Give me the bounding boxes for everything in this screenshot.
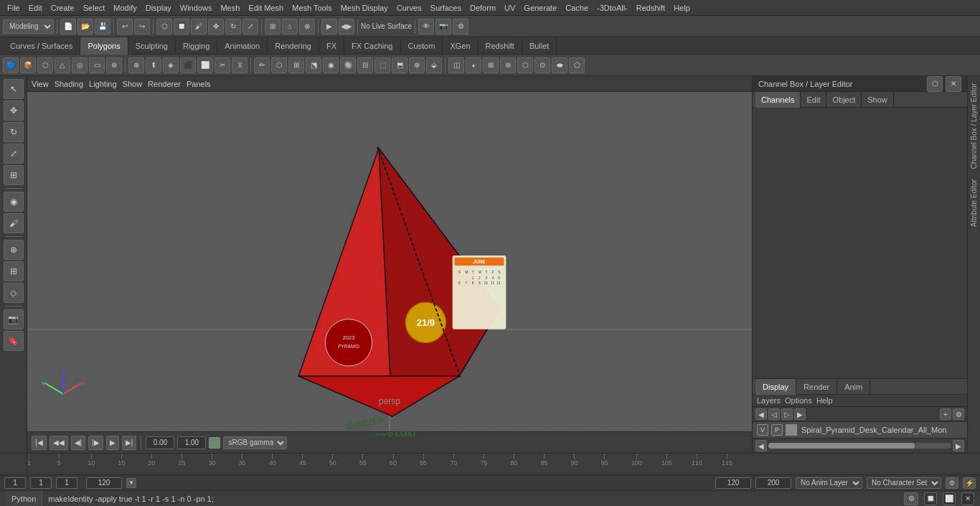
object-tab[interactable]: Object: [826, 92, 862, 108]
snap-point-button[interactable]: ⊕: [299, 19, 315, 34]
gamma-input[interactable]: [177, 436, 206, 449]
split-btn[interactable]: ✂: [215, 57, 230, 73]
torus-icon-btn[interactable]: ◎: [72, 57, 88, 73]
window-close-btn[interactable]: ✕: [961, 492, 974, 505]
menu-uv[interactable]: UV: [500, 4, 519, 12]
smooth-btn[interactable]: 🔘: [340, 57, 356, 73]
universal-manip-button[interactable]: ⊞: [4, 165, 24, 185]
scroll-right-btn[interactable]: ▶: [953, 440, 964, 451]
menu-cache[interactable]: Cache: [561, 4, 593, 12]
redo-button[interactable]: ↪: [134, 19, 150, 34]
menu-create[interactable]: Create: [47, 4, 79, 12]
special-icon-btn[interactable]: ⊛: [106, 57, 122, 73]
array-btn[interactable]: ⊞: [483, 57, 499, 73]
crease-btn[interactable]: ⬡: [271, 57, 287, 73]
tab-xgen[interactable]: XGen: [443, 37, 478, 55]
timeline-ruler[interactable]: 1510152025303540455055606570758085909510…: [27, 454, 752, 474]
boolean-btn[interactable]: ⊛: [500, 57, 516, 73]
window-btn2[interactable]: ⬜: [943, 492, 956, 505]
sphere-icon-btn[interactable]: 🔵: [3, 57, 19, 73]
layers-option[interactable]: Layers: [757, 396, 781, 405]
end-frame-input[interactable]: [56, 477, 77, 489]
char-set-btn2[interactable]: ⚡: [963, 477, 976, 489]
tab-polygons[interactable]: Polygons: [80, 37, 128, 55]
menu-surfaces[interactable]: Surfaces: [426, 4, 466, 12]
menu-modify[interactable]: Modify: [109, 4, 141, 12]
tab-bullet[interactable]: Bullet: [522, 37, 557, 55]
tab-curves-surfaces[interactable]: Curves / Surfaces: [3, 37, 80, 55]
menu-mesh[interactable]: Mesh: [216, 4, 244, 12]
channels-tab[interactable]: Channels: [755, 92, 801, 108]
move-tool-button[interactable]: ✥: [4, 100, 24, 121]
tab-fx-caching[interactable]: FX Caching: [344, 37, 400, 55]
renderer-menu[interactable]: Renderer: [148, 80, 181, 88]
paint-skin-button[interactable]: 🖌: [4, 213, 24, 233]
undo-button[interactable]: ↩: [117, 19, 133, 34]
combine-btn[interactable]: ⊟: [357, 57, 373, 73]
duplicate-btn[interactable]: ⬧: [466, 57, 481, 73]
camera-button[interactable]: 📷: [435, 19, 451, 34]
lighting-menu[interactable]: Lighting: [89, 80, 117, 88]
menu-redshift[interactable]: Redshift: [632, 4, 669, 12]
vtab-attribute-editor[interactable]: Attribute Editor: [969, 175, 979, 231]
end-frame-range-input[interactable]: [86, 477, 122, 489]
tab-sculpting[interactable]: Sculpting: [128, 37, 176, 55]
show-tab[interactable]: Show: [862, 92, 894, 108]
rotate-tool-button[interactable]: ↻: [4, 122, 24, 142]
show-hide-button[interactable]: 👁: [418, 19, 434, 34]
cube-icon-btn[interactable]: 📦: [20, 57, 36, 73]
options-option[interactable]: Options: [785, 396, 812, 405]
merge-btn[interactable]: ⧖: [232, 57, 248, 73]
help-option[interactable]: Help: [816, 396, 833, 405]
vtab-channel-box[interactable]: Channel Box / Layer Editor: [969, 79, 979, 174]
cage-btn[interactable]: ⬔: [306, 57, 321, 73]
rotate-button[interactable]: ↻: [225, 19, 241, 34]
viewport-3d[interactable]: JUNE S M T W T F S 1 2 3 4 5 6: [27, 92, 752, 431]
tab-animation[interactable]: Animation: [217, 37, 268, 55]
menu-mesh-tools[interactable]: Mesh Tools: [288, 4, 336, 12]
layer-scroll-left2[interactable]: ◁: [768, 408, 780, 420]
scrollbar-track[interactable]: [768, 443, 951, 449]
tab-rendering[interactable]: Rendering: [268, 37, 319, 55]
connect-btn[interactable]: ⬡: [517, 57, 533, 73]
panels-menu[interactable]: Panels: [187, 80, 211, 88]
layer-scroll-left[interactable]: ◀: [755, 408, 767, 420]
separate-btn[interactable]: ⬚: [374, 57, 390, 73]
move-button[interactable]: ✥: [208, 19, 224, 34]
view-menu[interactable]: View: [32, 80, 49, 88]
select-arrow-button[interactable]: ↖: [4, 79, 24, 99]
exposure-input[interactable]: [146, 436, 174, 449]
bevel-btn[interactable]: ◈: [163, 57, 179, 73]
layer-playback[interactable]: P: [771, 424, 783, 436]
menu-help[interactable]: Help: [669, 4, 694, 12]
menu-generate[interactable]: Generate: [519, 4, 561, 12]
render-button[interactable]: ▶: [321, 19, 337, 34]
deform-btn[interactable]: ⬙: [426, 57, 442, 73]
layer-scroll-right2[interactable]: ▷: [781, 408, 793, 420]
fill-btn[interactable]: ⬜: [197, 57, 213, 73]
menu-windows[interactable]: Windows: [176, 4, 217, 12]
playback-play-btn[interactable]: ▶: [106, 436, 119, 450]
bridge-btn[interactable]: ⬛: [180, 57, 196, 73]
color-space-select[interactable]: sRGB gamma: [223, 436, 287, 449]
mirror-btn[interactable]: ◫: [448, 57, 464, 73]
show-menu[interactable]: Show: [123, 80, 143, 88]
soft-select-button[interactable]: ◉: [4, 192, 24, 212]
close-panel-button[interactable]: ✕: [946, 76, 961, 92]
tab-custom[interactable]: Custom: [401, 37, 443, 55]
bookmark-button[interactable]: 🔖: [4, 331, 24, 351]
viewport[interactable]: View Shading Lighting Show Renderer Pane…: [27, 76, 752, 453]
snap-button[interactable]: ⊞: [4, 261, 24, 281]
relax-btn[interactable]: ⬬: [552, 57, 567, 73]
color-picker[interactable]: [209, 437, 220, 449]
ipr-button[interactable]: ◀▶: [339, 19, 354, 34]
extract-btn[interactable]: ⬒: [392, 57, 407, 73]
playback-start-btn[interactable]: |◀: [32, 436, 47, 450]
render-tab[interactable]: Render: [796, 379, 837, 395]
menu-curves[interactable]: Curves: [392, 4, 426, 12]
layer-visibility[interactable]: V: [757, 424, 768, 436]
menu-mesh-display[interactable]: Mesh Display: [336, 4, 392, 12]
tab-rigging[interactable]: Rigging: [176, 37, 217, 55]
new-file-button[interactable]: 📄: [60, 19, 76, 34]
scale-tool-button[interactable]: ⤢: [4, 144, 24, 164]
